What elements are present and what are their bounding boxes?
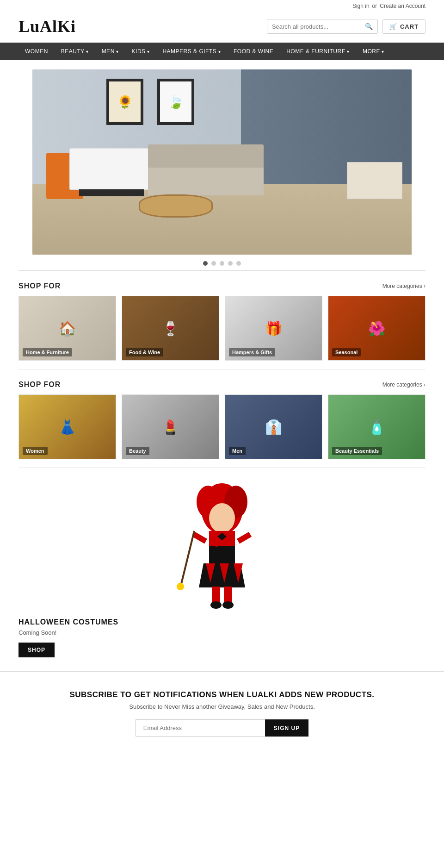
cart-icon: 🛒 bbox=[389, 23, 397, 30]
halloween-costume-svg bbox=[176, 481, 268, 611]
category-card-beauty[interactable]: 💄 Beauty bbox=[122, 394, 219, 459]
cat-food-label: Food & Wine bbox=[126, 348, 163, 356]
halloween-shop-button[interactable]: SHOP bbox=[18, 643, 55, 657]
cat-women-label: Women bbox=[23, 447, 48, 455]
svg-point-14 bbox=[210, 601, 222, 609]
nav-beauty[interactable]: BEAUTY bbox=[55, 43, 95, 60]
nav-women[interactable]: WOMEN bbox=[18, 43, 55, 60]
svg-point-19 bbox=[177, 583, 184, 590]
nav-kids[interactable]: KIDS bbox=[125, 43, 156, 60]
hero-scene bbox=[32, 69, 412, 255]
sofa-back bbox=[148, 144, 264, 168]
category-grid-1: 🏠 Home & Furniture 🍷 Food & Wine 🎁 Hampe… bbox=[18, 296, 426, 361]
section-2-header: SHOP FOR More categories › bbox=[18, 381, 426, 389]
halloween-title: HALLOWEEN COSTUMES bbox=[18, 618, 118, 626]
carousel-dot-5[interactable] bbox=[236, 261, 241, 266]
create-account-link[interactable]: Create an Account bbox=[380, 3, 426, 9]
svg-rect-17 bbox=[237, 532, 252, 543]
shop-for-section-2: SHOP FOR More categories › 👗 Women 💄 Bea… bbox=[0, 373, 444, 464]
site-logo[interactable]: LuAlKi bbox=[18, 17, 76, 36]
category-card-food-wine[interactable]: 🍷 Food & Wine bbox=[122, 296, 219, 361]
main-header: LuAlKi 🔍 🛒 CART bbox=[0, 12, 444, 43]
category-card-home-furniture[interactable]: 🏠 Home & Furniture bbox=[18, 296, 116, 361]
nav-men[interactable]: MEN bbox=[95, 43, 125, 60]
category-card-essentials[interactable]: 🧴 Beauty Essentials bbox=[328, 394, 426, 459]
nav-home-furniture[interactable]: HOME & FURNITURE bbox=[280, 43, 356, 60]
category-card-men[interactable]: 👔 Men bbox=[225, 394, 322, 459]
signup-button[interactable]: SIGN UP bbox=[265, 719, 308, 737]
search-input[interactable] bbox=[267, 20, 360, 33]
sideboard bbox=[69, 148, 153, 190]
signin-link[interactable]: Sign in bbox=[352, 3, 370, 9]
nav-food[interactable]: FOOD & WINE bbox=[227, 43, 280, 60]
desk bbox=[347, 162, 402, 199]
hero-banner bbox=[32, 69, 412, 266]
shop-for-section-1: SHOP FOR More categories › 🏠 Home & Furn… bbox=[0, 275, 444, 365]
svg-point-15 bbox=[222, 601, 234, 609]
svg-point-3 bbox=[209, 503, 235, 533]
more-categories-2[interactable]: More categories › bbox=[382, 381, 426, 388]
halloween-img-wrap bbox=[18, 481, 426, 611]
cat-seasonal-label: Seasonal bbox=[332, 348, 361, 356]
category-card-women[interactable]: 👗 Women bbox=[18, 394, 116, 459]
category-grid-2: 👗 Women 💄 Beauty 👔 Men 🧴 Beauty Essentia… bbox=[18, 394, 426, 459]
subscribe-subtitle: Subscribe to Never Miss another Giveaway… bbox=[18, 703, 426, 710]
cart-label: CART bbox=[400, 23, 419, 30]
category-card-seasonal[interactable]: 🌺 Seasonal bbox=[328, 296, 426, 361]
section-2-title: SHOP FOR bbox=[18, 381, 61, 389]
hero-image bbox=[32, 69, 412, 255]
svg-rect-16 bbox=[192, 532, 207, 543]
svg-rect-5 bbox=[209, 546, 235, 563]
cat-men-label: Men bbox=[229, 447, 246, 455]
nav-more[interactable]: MORE bbox=[356, 43, 391, 60]
cat-essentials-label: Beauty Essentials bbox=[332, 447, 382, 455]
coffee-table bbox=[139, 194, 213, 218]
top-bar: Sign in or Create an Account bbox=[0, 0, 444, 12]
cat-hampers-label: Hampers & Gifts bbox=[229, 348, 275, 356]
category-card-hampers[interactable]: 🎁 Hampers & Gifts bbox=[225, 296, 322, 361]
divider-3 bbox=[18, 468, 426, 468]
carousel-dot-1[interactable] bbox=[203, 261, 208, 266]
or-text: or bbox=[372, 3, 377, 9]
cat-beauty-label: Beauty bbox=[126, 447, 149, 455]
subscribe-title: SUBSCRIBE TO GET NOTIFICATIONS WHEN LUAL… bbox=[18, 690, 426, 699]
search-icon: 🔍 bbox=[365, 23, 373, 30]
subscribe-form: SIGN UP bbox=[18, 719, 426, 737]
carousel-dot-4[interactable] bbox=[228, 261, 233, 266]
sofa bbox=[148, 144, 264, 195]
svg-line-18 bbox=[180, 531, 194, 587]
section-1-header: SHOP FOR More categories › bbox=[18, 282, 426, 290]
cat-home-label: Home & Furniture bbox=[23, 348, 72, 356]
divider-2 bbox=[18, 369, 426, 369]
halloween-section: HALLOWEEN COSTUMES Coming Soon! SHOP bbox=[0, 472, 444, 671]
search-button[interactable]: 🔍 bbox=[360, 19, 377, 33]
email-input[interactable] bbox=[136, 719, 265, 737]
header-right: 🔍 🛒 CART bbox=[267, 19, 426, 34]
main-nav: WOMEN BEAUTY MEN KIDS HAMPERS & GIFTS FO… bbox=[0, 43, 444, 60]
carousel-dots bbox=[32, 261, 412, 266]
halloween-subtitle: Coming Soon! bbox=[18, 629, 56, 636]
painting1 bbox=[106, 79, 143, 125]
painting2 bbox=[157, 79, 194, 125]
carousel-dot-3[interactable] bbox=[220, 261, 224, 266]
more-categories-1[interactable]: More categories › bbox=[382, 283, 426, 289]
subscribe-section: SUBSCRIBE TO GET NOTIFICATIONS WHEN LUAL… bbox=[0, 671, 444, 760]
section-1-title: SHOP FOR bbox=[18, 282, 61, 290]
nav-hampers[interactable]: HAMPERS & GIFTS bbox=[156, 43, 227, 60]
cart-button[interactable]: 🛒 CART bbox=[382, 19, 426, 34]
divider-1 bbox=[18, 270, 426, 271]
carousel-dot-2[interactable] bbox=[211, 261, 216, 266]
search-bar: 🔍 bbox=[267, 19, 378, 34]
